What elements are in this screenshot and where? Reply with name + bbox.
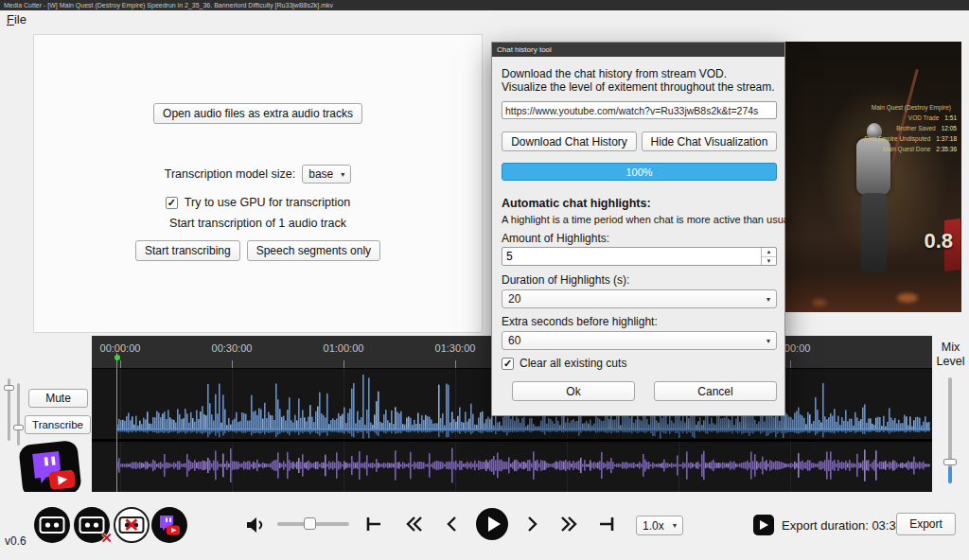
clear-existing-cuts-label: Clear all existing cuts — [520, 357, 626, 370]
mix-level-panel: Mix Level — [932, 336, 969, 492]
ok-button[interactable]: Ok — [512, 381, 635, 401]
video-preview: Main Quest (Destroy Empire)VOD Trade1:51… — [785, 42, 961, 312]
chevron-right-icon — [522, 515, 541, 534]
app-window: Media Cutter - [W] Main Quest (Destroy E… — [0, 0, 969, 560]
export-button[interactable]: Export — [896, 513, 956, 535]
split-row: Main Quest Done2:35:36 — [865, 144, 957, 154]
jump-to-end-icon — [597, 515, 616, 534]
amount-of-highlights-spinbox[interactable]: ▲ ▼ — [502, 247, 777, 266]
mute-button[interactable]: Mute — [28, 389, 88, 408]
previous-frame-button[interactable] — [438, 510, 467, 538]
duration-value: 20 — [508, 292, 520, 306]
rewind-button[interactable] — [399, 510, 428, 538]
next-frame-button[interactable] — [518, 510, 546, 538]
ruler-tick — [455, 360, 456, 368]
jump-to-end-button[interactable] — [592, 510, 621, 538]
split-row: First Empire Undisputed1:37:18 — [865, 133, 957, 144]
playback-speed-value: 1.0x — [643, 519, 664, 533]
speedrun-timer: 0.8 — [924, 229, 953, 254]
check-icon: ✓ — [167, 198, 176, 208]
transcribe-button[interactable]: Transcribe — [25, 415, 91, 434]
playhead[interactable] — [116, 353, 117, 492]
clear-existing-cuts-checkbox[interactable]: ✓ — [502, 358, 514, 370]
timeline-time-label: 00:00:00 — [95, 342, 146, 354]
rewind-icon — [403, 514, 424, 534]
track2-volume-slider[interactable] — [17, 383, 20, 446]
play-icon — [475, 507, 509, 541]
jump-to-start-icon — [364, 515, 383, 534]
tape-remove-cut-icon[interactable]: ✕ — [74, 507, 110, 543]
chevron-down-icon: ▾ — [341, 170, 344, 179]
spin-up-icon[interactable]: ▲ — [762, 248, 776, 257]
start-transcribing-button[interactable]: Start transcribing — [135, 240, 240, 261]
playback-speed-select[interactable]: 1.0x ▾ — [636, 516, 683, 535]
cancel-button[interactable]: Cancel — [654, 381, 777, 401]
tape-cut-icon[interactable] — [34, 507, 70, 543]
speech-segments-only-button[interactable]: Speech segments only — [247, 240, 380, 261]
duration-of-highlights-select[interactable]: 20 ▾ — [502, 289, 777, 308]
chevron-down-icon: ▾ — [766, 337, 770, 345]
track2-volume-handle[interactable] — [13, 425, 24, 430]
dialog-titlebar[interactable]: Chat history tool — [492, 43, 784, 57]
vod-url-input[interactable] — [502, 101, 777, 119]
chevron-down-icon: ▾ — [766, 295, 770, 304]
version-label: v0.6 — [5, 534, 26, 548]
amount-of-highlights-label: Amount of Highlights: — [502, 232, 609, 245]
chevron-left-icon — [443, 515, 462, 534]
speedrun-splits-overlay: Main Quest (Destroy Empire)VOD Trade1:51… — [865, 102, 957, 154]
duration-of-highlights-label: Duration of Highlights (s): — [502, 273, 629, 287]
twitch-youtube-app-icon — [17, 439, 83, 499]
playhead-marker-icon[interactable] — [115, 355, 120, 360]
dialog-title: Chat history tool — [497, 45, 552, 54]
chat-history-dialog: Chat history tool Download the chat hist… — [491, 42, 785, 416]
chevron-down-icon: ▾ — [673, 521, 677, 530]
spin-down-icon[interactable]: ▼ — [762, 257, 776, 266]
menubar: File — [0, 10, 969, 29]
amount-of-highlights-input[interactable] — [502, 248, 761, 265]
window-titlebar[interactable]: Media Cutter - [W] Main Quest (Destroy E… — [0, 0, 969, 10]
transcription-panel: Open audio files as extra audio tracks T… — [33, 34, 483, 333]
timeline-left-panel: Mute Transcribe — [0, 336, 92, 492]
fast-forward-button[interactable] — [555, 510, 584, 538]
play-button[interactable] — [475, 507, 509, 541]
model-size-label: Transcription model size: — [165, 167, 295, 181]
game-scene — [785, 42, 961, 312]
track1-volume-handle[interactable] — [4, 385, 14, 391]
export-preview-icon[interactable] — [753, 515, 774, 535]
delete-badge-icon: ✕ — [100, 530, 113, 547]
download-chat-history-button[interactable]: Download Chat History — [502, 131, 637, 151]
extra-seconds-select[interactable]: 60 ▾ — [502, 331, 777, 350]
mix-label-line2: Level — [932, 355, 969, 369]
model-size-select[interactable]: base ▾ — [302, 165, 351, 184]
dialog-description-1: Download the chat history from stream VO… — [502, 67, 727, 80]
bottom-toolbar: ✕ ✕ — [0, 492, 969, 560]
hide-chat-visualization-button[interactable]: Hide Chat Visualization — [642, 131, 777, 151]
window-title: Media Cutter - [W] Main Quest (Destroy E… — [4, 2, 333, 9]
gpu-checkbox[interactable]: ✓ — [166, 197, 178, 209]
twitch-youtube-export-icon[interactable] — [151, 507, 187, 543]
audio-waveform-extra-track[interactable] — [92, 442, 932, 489]
ruler-tick — [790, 360, 791, 368]
transcription-info-text: Start transcription of 1 audio track — [169, 217, 346, 230]
fast-forward-icon — [559, 514, 580, 534]
split-row: Main Quest (Destroy Empire) — [865, 102, 957, 113]
timeline-time-label: 01:00:00 — [318, 342, 369, 354]
volume-icon[interactable] — [244, 514, 267, 536]
volume-slider-handle[interactable] — [304, 517, 316, 530]
check-icon: ✓ — [503, 359, 512, 369]
jump-to-start-button[interactable] — [360, 510, 388, 538]
model-size-value: base — [308, 167, 333, 181]
mix-level-handle[interactable] — [943, 459, 957, 465]
timeline-time-label: 01:30:00 — [430, 342, 481, 354]
ruler-tick — [232, 360, 233, 368]
extra-seconds-value: 60 — [508, 334, 520, 347]
extra-seconds-label: Extra seconds before highlight: — [502, 315, 658, 328]
progress-value: 100% — [625, 166, 652, 178]
clear-all-cuts-icon[interactable]: ✕ — [114, 507, 150, 543]
mix-level-slider[interactable] — [948, 377, 952, 483]
menu-file[interactable]: File — [0, 10, 33, 28]
highlights-description: A highlight is a time period when chat i… — [502, 214, 794, 225]
open-audio-files-button[interactable]: Open audio files as extra audio tracks — [153, 103, 362, 124]
ruler-tick — [344, 360, 344, 368]
gpu-checkbox-label: Try to use GPU for transcription — [185, 196, 350, 209]
